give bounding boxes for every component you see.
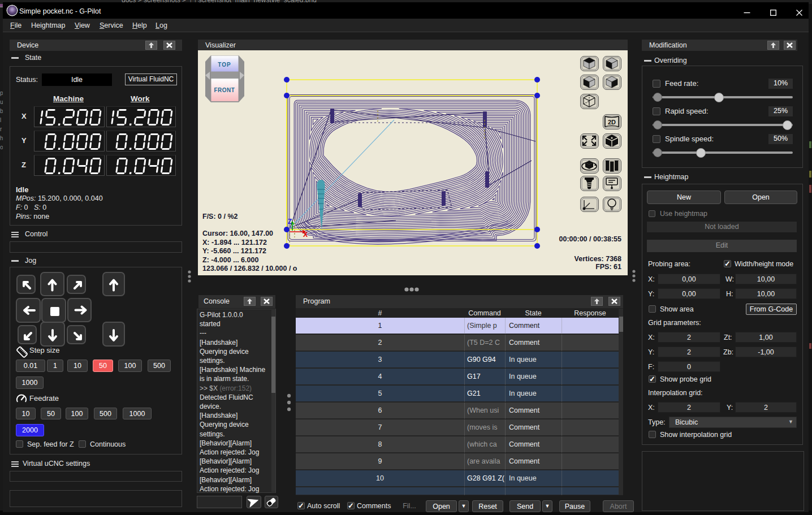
svg-text:TOP: TOP <box>218 62 231 68</box>
svg-text:2D: 2D <box>608 119 616 125</box>
svg-text:FRONT: FRONT <box>214 87 235 93</box>
svg-text:X: X <box>303 231 308 239</box>
svg-text:Z: Z <box>288 218 292 226</box>
